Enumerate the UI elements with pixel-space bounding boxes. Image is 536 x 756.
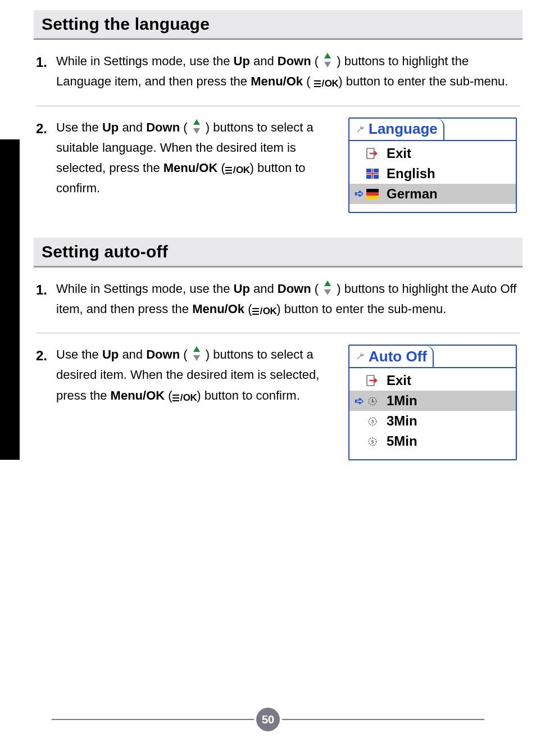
menu-item-german[interactable]: ➪ German	[349, 184, 516, 204]
clock-icon: 5	[365, 435, 380, 447]
svg-rect-5	[372, 169, 373, 179]
step-number: 1.	[36, 51, 56, 74]
menu-box: Language Exit English	[348, 117, 517, 213]
menu-ok-icon: /OK	[314, 76, 339, 92]
clock-icon: 1	[365, 395, 380, 407]
step-1-autooff: 1. While in Settings mode, use the Up an…	[34, 268, 523, 333]
menu-title: Language	[369, 117, 438, 141]
up-down-icon	[322, 280, 333, 295]
menu-tab[interactable]: Auto Off	[349, 346, 434, 367]
flag-icon	[365, 188, 380, 200]
wrench-icon	[355, 350, 365, 363]
menu-item-label: German	[387, 183, 438, 205]
up-down-icon	[322, 53, 333, 67]
menu-items: Exit ➪ 1 1Min 3 3Min	[349, 368, 516, 459]
svg-text:1: 1	[371, 399, 374, 404]
step-2-autooff: 2. Use the Up and Down ( ) buttons to se…	[34, 333, 523, 474]
section-header-language: Setting the language	[34, 10, 523, 40]
section-header-autooff: Setting auto-off	[34, 238, 523, 268]
page-number: 50	[256, 708, 280, 731]
selection-arrow-icon: ➪	[353, 392, 365, 410]
menu-tab-row: Auto Off	[349, 346, 516, 368]
step-2-language: 2. Use the Up and Down ( ) buttons to se…	[34, 106, 523, 227]
menu-item-label: Exit	[387, 142, 411, 165]
menu-ok-icon: /OK	[172, 390, 197, 406]
menu-ok-icon: /OK	[252, 304, 277, 319]
footer-line	[282, 719, 484, 720]
up-down-icon	[191, 346, 202, 361]
menu-title: Auto Off	[369, 345, 427, 369]
page-footer: 50	[0, 708, 536, 731]
menu-tab[interactable]: Language	[349, 119, 444, 140]
menu-items: Exit English ➪ German	[349, 141, 516, 212]
menu-item-english[interactable]: English	[349, 164, 516, 184]
step-1-language: 1. While in Settings mode, use the Up an…	[34, 40, 523, 106]
svg-rect-6	[366, 189, 379, 192]
exit-icon	[365, 147, 380, 160]
autooff-menu-preview: Auto Off Exit ➪ 1 1Mi	[348, 345, 517, 460]
menu-item-1min[interactable]: ➪ 1 1Min	[349, 391, 516, 411]
svg-text:5: 5	[371, 439, 374, 445]
step-number: 1.	[36, 279, 56, 301]
language-menu-preview: Language Exit English	[348, 117, 517, 213]
menu-item-3min[interactable]: 3 3Min	[349, 411, 516, 431]
menu-item-label: 3Min	[387, 410, 417, 432]
menu-item-label: 1Min	[387, 390, 417, 412]
menu-box: Auto Off Exit ➪ 1 1Mi	[348, 345, 517, 460]
step-number: 2.	[36, 117, 56, 140]
svg-rect-8	[366, 196, 379, 199]
menu-item-exit[interactable]: Exit	[349, 370, 516, 391]
menu-ok-icon: /OK	[225, 162, 250, 178]
step-number: 2.	[36, 345, 56, 367]
breadcrumb-topic-2: Setting the auto-off	[0, 296, 3, 368]
breadcrumb-category: Camera Settings	[0, 144, 3, 205]
step-body: Use the Up and Down ( ) buttons to selec…	[56, 117, 337, 199]
breadcrumb: Camera Settings - Setting the language /…	[0, 144, 3, 459]
exit-icon	[365, 374, 380, 387]
breadcrumb-topic-1: Setting the language	[0, 212, 3, 289]
selection-arrow-icon: ➪	[353, 184, 365, 203]
menu-item-5min[interactable]: 5 5Min	[349, 431, 516, 451]
up-down-icon	[191, 119, 202, 134]
step-body: While in Settings mode, use the Up and D…	[56, 51, 520, 92]
menu-item-label: English	[387, 162, 435, 185]
menu-tab-row: Language	[349, 119, 516, 141]
wrench-icon	[355, 123, 365, 135]
clock-icon: 3	[365, 415, 380, 427]
menu-item-label: Exit	[387, 369, 411, 392]
step-body: While in Settings mode, use the Up and D…	[56, 279, 520, 320]
flag-icon	[365, 168, 380, 180]
step-body: Use the Up and Down ( ) buttons to selec…	[56, 345, 337, 406]
menu-item-exit[interactable]: Exit	[349, 143, 516, 164]
page-content: Setting the language 1. While in Setting…	[34, 10, 523, 474]
menu-item-label: 5Min	[387, 430, 417, 452]
footer-line	[52, 719, 254, 720]
svg-rect-7	[366, 192, 379, 196]
svg-text:3: 3	[371, 419, 374, 424]
